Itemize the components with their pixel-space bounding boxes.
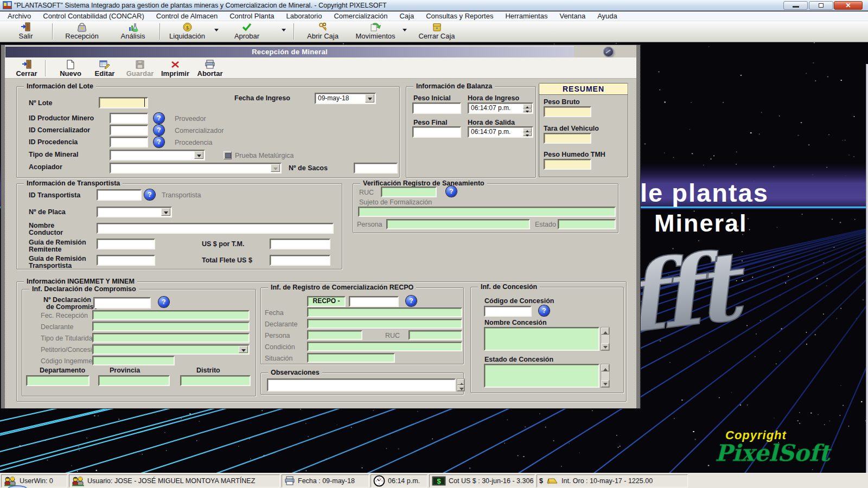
input-provincia[interactable]	[98, 375, 170, 386]
menu-item-control-de-almacen[interactable]: Control de Almacen	[150, 12, 224, 20]
scroll-down-icon[interactable]	[601, 380, 609, 387]
scroll-down-icon[interactable]	[457, 385, 464, 391]
input-id-transportista[interactable]	[97, 189, 142, 201]
input-codigo-ingemmet[interactable]	[92, 356, 175, 365]
input-us-tm[interactable]	[270, 239, 330, 249]
textarea-nombre-concesion[interactable]	[484, 327, 599, 351]
help-procedencia-icon[interactable]: ?	[154, 137, 164, 147]
menu-item-control-contabilidad-concar-[interactable]: Control Contabilidad (CONCAR)	[37, 12, 150, 20]
input-id-productor[interactable]	[110, 113, 148, 124]
input-recpo-condicion[interactable]	[307, 342, 462, 351]
scroll-up-icon[interactable]	[457, 379, 464, 385]
input-declarante[interactable]	[92, 322, 250, 331]
input-titularidad[interactable]	[92, 333, 250, 343]
help-transportista-icon[interactable]: ?	[144, 189, 155, 200]
textarea-estado-concesion[interactable]	[484, 364, 599, 388]
toolbar-dropdown-aprobar[interactable]	[282, 29, 286, 34]
toolbar-button-movimientos[interactable]: Movimientos	[352, 22, 399, 41]
input-n-lote[interactable]	[99, 97, 148, 108]
observaciones-scrollbar[interactable]	[457, 378, 465, 391]
child-window-right-border[interactable]	[636, 45, 640, 408]
scroll-up-icon[interactable]	[601, 364, 609, 371]
petitorio-dropdown-button[interactable]	[239, 346, 248, 353]
input-n-sacos[interactable]	[354, 163, 398, 174]
fecha-dropdown-button[interactable]	[365, 94, 374, 102]
menu-item-ventana[interactable]: Ventana	[553, 12, 591, 20]
menu-item-laboratorio[interactable]: Laboratorio	[280, 12, 328, 20]
menu-item-comercializaci-n[interactable]: Comercialización	[328, 12, 393, 20]
menu-item-archivo[interactable]: Archivo	[2, 12, 37, 20]
child-toolbar-button-imprimir[interactable]: Imprimir	[158, 59, 192, 78]
input-id-comercializador[interactable]	[110, 125, 148, 136]
child-toolbar-button-cerrar[interactable]: Cerrar	[12, 59, 41, 78]
close-button[interactable]: ✕	[834, 1, 863, 10]
toolbar-button-an-lisis[interactable]: Análisis	[117, 22, 149, 41]
toolbar-button-salir[interactable]: Salir	[11, 22, 41, 41]
hora-in-up-button[interactable]	[523, 104, 532, 108]
spinner-hora-salida[interactable]: 06:14:07 p.m.	[468, 126, 533, 138]
help-productor-icon[interactable]: ?	[154, 113, 164, 124]
toolbar-button-liquidaci-n[interactable]: $Liquidación	[165, 22, 209, 41]
spinner-hora-ingreso[interactable]: 06:14:07 p.m.	[468, 102, 533, 114]
input-peso-inicial[interactable]	[412, 102, 461, 114]
help-comercializador-icon[interactable]: ?	[154, 125, 164, 136]
combo-acopiador[interactable]	[110, 163, 282, 174]
hora-in-down-button[interactable]	[523, 108, 532, 113]
combo-fecha-ingreso[interactable]: 09-may-18	[315, 93, 376, 104]
help-declaracion-icon[interactable]: ?	[158, 297, 169, 307]
maximize-button[interactable]	[809, 1, 833, 10]
scroll-up-icon[interactable]	[601, 328, 609, 335]
child-window-left-border[interactable]	[1, 45, 5, 408]
input-recpo-declarante[interactable]	[307, 319, 462, 329]
hora-out-down-button[interactable]	[523, 132, 532, 137]
input-id-procedencia[interactable]	[110, 137, 148, 147]
input-peso-final[interactable]	[412, 126, 461, 138]
input-tara[interactable]	[544, 133, 591, 144]
combo-petitorio[interactable]	[92, 344, 250, 355]
help-ruc-icon[interactable]: ?	[446, 186, 457, 197]
placa-dropdown-button[interactable]	[161, 208, 170, 216]
checkbox-prueba-metalurgica[interactable]	[224, 151, 232, 159]
input-nombre-conductor[interactable]	[97, 223, 334, 234]
textarea-observaciones[interactable]	[267, 378, 456, 391]
input-codigo-concesion[interactable]	[484, 306, 532, 317]
input-peso-bruto[interactable]	[544, 106, 591, 117]
child-toolbar-button-guardar[interactable]: Guardar	[123, 59, 157, 78]
input-recpo-ruc[interactable]	[409, 330, 462, 340]
menu-item-herramientas[interactable]: Herramientas	[499, 12, 553, 20]
input-recpo-persona[interactable]	[307, 330, 362, 340]
child-close-icon[interactable]	[603, 47, 614, 57]
menu-item-control-planta[interactable]: Control Planta	[224, 12, 280, 20]
toolbar-button-recepci-n[interactable]: Recepción	[61, 22, 103, 41]
toolbar-button-aprobar[interactable]: Aprobar	[231, 22, 263, 41]
input-sujeto-formalizacion[interactable]	[358, 207, 616, 217]
child-toolbar-button-abortar[interactable]: Abortar	[194, 59, 226, 78]
input-ruc[interactable]	[381, 187, 437, 197]
input-recpo[interactable]	[349, 296, 399, 307]
estado-concesion-scrollbar[interactable]	[601, 364, 610, 388]
child-titlebar[interactable]: Recepción de Mineral	[5, 46, 574, 57]
menu-item-ayuda[interactable]: Ayuda	[591, 12, 623, 20]
tipo-dropdown-button[interactable]	[194, 151, 203, 159]
toolbar-button-cerrar-caja[interactable]: Cerrar Caja	[418, 22, 456, 41]
input-recpo-situacion[interactable]	[307, 353, 395, 363]
input-guia-remitente[interactable]	[97, 239, 155, 249]
input-persona-saneamiento[interactable]	[386, 219, 530, 229]
help-recpo-icon[interactable]: ?	[406, 296, 417, 306]
toolbar-dropdown-movimientos[interactable]	[403, 29, 407, 34]
scroll-down-icon[interactable]	[601, 343, 609, 350]
help-concesion-icon[interactable]: ?	[539, 305, 550, 316]
hora-out-up-button[interactable]	[523, 128, 532, 132]
input-peso-humedo[interactable]	[544, 159, 591, 170]
toolbar-dropdown-liquidaci-n[interactable]	[214, 29, 219, 34]
toolbar-button-abrir-caja[interactable]: Abrir Caja	[304, 22, 342, 41]
menu-item-consultas-y-reportes[interactable]: Consultas y Reportes	[420, 12, 499, 20]
input-n-declaracion[interactable]	[93, 297, 151, 309]
input-guia-transportista[interactable]	[97, 255, 155, 266]
child-toolbar-button-editar[interactable]: Editar	[92, 59, 118, 78]
minimize-button[interactable]	[783, 1, 808, 10]
input-total-flete[interactable]	[270, 255, 330, 266]
input-departamento[interactable]	[26, 375, 90, 386]
combo-tipo-mineral[interactable]	[110, 150, 205, 160]
input-estado-saneamiento[interactable]	[558, 219, 616, 229]
